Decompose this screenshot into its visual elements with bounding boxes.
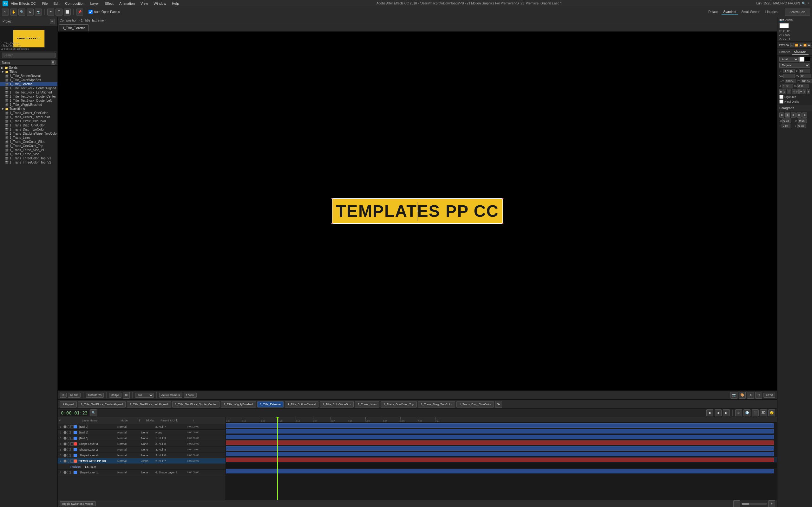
- rotate-tool[interactable]: ↻: [27, 9, 34, 15]
- layer-trkmat[interactable]: None: [141, 448, 155, 451]
- menu-window[interactable]: Window: [151, 1, 169, 6]
- scale-v-input[interactable]: [801, 79, 812, 83]
- font-color-swatch[interactable]: [799, 57, 804, 62]
- project-item-quote-left[interactable]: 🎬 1_Title_TextBlock_Quote_Left: [0, 99, 57, 103]
- kerning-input[interactable]: [783, 74, 795, 78]
- align-right-btn[interactable]: ≡: [791, 112, 796, 118]
- space-before-input[interactable]: [781, 124, 791, 128]
- project-sort-btn[interactable]: ⊞: [51, 60, 55, 65]
- shy-btn[interactable]: 😴: [768, 409, 775, 416]
- layer-trkmat[interactable]: None: [141, 471, 155, 474]
- timeline-tab-left[interactable]: 1_Title_TextBlock_LeftAligned: [127, 401, 171, 407]
- workspace-default[interactable]: Default: [706, 9, 720, 14]
- resolution-selector[interactable]: Full Half Quarter: [135, 393, 154, 398]
- project-item-trans-diagline-two[interactable]: 🎬 1_Trans_DiagLineWipe_TwoColor: [0, 131, 57, 135]
- eye-icon[interactable]: [63, 459, 67, 463]
- exposure-btn[interactable]: ☀: [747, 392, 754, 399]
- project-item-textblock-center[interactable]: 🎬 1_Title_TextBlock_CenterAligned: [0, 86, 57, 90]
- hindi-digits-row[interactable]: Hindi Digits: [779, 100, 810, 104]
- solo-icon[interactable]: [67, 431, 70, 434]
- baseline-input[interactable]: [782, 84, 793, 89]
- menu-effect[interactable]: Effect: [102, 1, 116, 6]
- info-tab[interactable]: Info: [779, 18, 784, 22]
- select-tool[interactable]: ↖: [2, 9, 9, 15]
- layer-parent[interactable]: None: [155, 431, 187, 434]
- timeline-timecode[interactable]: 0:00:01:23: [60, 410, 89, 416]
- comp-tab-extreme[interactable]: 1_Title_Extreme: [59, 24, 89, 32]
- lock-icon[interactable]: [70, 454, 73, 457]
- tsume-input[interactable]: [797, 84, 809, 89]
- toggle-switches-btn[interactable]: Toggle Switches / Modes: [60, 501, 96, 506]
- zoom-tool[interactable]: 🔍: [18, 9, 26, 15]
- keyframe-nav-next[interactable]: ▶: [723, 409, 730, 416]
- layer-mode[interactable]: Normal: [117, 442, 135, 446]
- font-style-selector[interactable]: Regular Bold Italic: [779, 63, 810, 68]
- search-help[interactable]: Search Help: [785, 9, 810, 15]
- layer-row-3[interactable]: 3 [Null 8] Normal None 1. Null 9 0:00:00…: [58, 435, 225, 441]
- timeline-tab-bottom-reveal[interactable]: 1_Title_BottomReveal: [285, 401, 318, 407]
- layer-row-5[interactable]: 5 Shape Layer 2 Normal None 3. Null 8 0:…: [58, 447, 225, 452]
- eye-icon[interactable]: [63, 431, 67, 434]
- more-tabs-btn[interactable]: ≫: [495, 401, 502, 408]
- project-item-colorwipebox[interactable]: 🎬 1_Title_ColorWipeBox: [0, 78, 57, 82]
- layer-mode[interactable]: Normal: [117, 425, 135, 429]
- project-item-trans-onecolor-top[interactable]: 🎬 1_Trans_OneColor_Top: [0, 144, 57, 148]
- timeline-tab-trans-lines[interactable]: 1_Trans_Lines: [355, 401, 379, 407]
- eye-icon[interactable]: [63, 471, 67, 474]
- super-btn[interactable]: T²: [796, 89, 799, 94]
- puppet-tool[interactable]: 📌: [76, 9, 83, 15]
- layer-property-position[interactable]: Position -1.5, 43.0: [58, 464, 225, 469]
- search-layers-btn[interactable]: 🔍: [90, 409, 97, 416]
- 3d-btn[interactable]: 3D: [760, 409, 767, 416]
- project-folder-titles[interactable]: ▼ 📁 Titles: [0, 70, 57, 74]
- timeline-zoom-slider[interactable]: [742, 503, 767, 505]
- step-fwd-btn[interactable]: ⏩: [803, 43, 807, 47]
- frame-blending-btn[interactable]: ⬛: [752, 409, 759, 416]
- indent-left-input[interactable]: [782, 118, 791, 123]
- timeline-zoom-out[interactable]: -: [733, 500, 740, 507]
- timeline-tab-aligned[interactable]: AAligned: [60, 401, 77, 407]
- workspace-libraries[interactable]: Libraries: [763, 9, 779, 14]
- reset-exposure-btn[interactable]: ⟲: [60, 393, 67, 398]
- project-search-input[interactable]: [2, 53, 55, 58]
- project-item-trans-center-one[interactable]: 🎬 1_Trans_Center_OneColor: [0, 111, 57, 115]
- indent-right-input[interactable]: [798, 118, 807, 123]
- project-item-trans-diag-one[interactable]: 🎬 1_Trans_Diag_OneColor: [0, 123, 57, 127]
- eye-icon[interactable]: [63, 425, 67, 429]
- timeline-tab-wiggly[interactable]: 1_Title_WigglyBrushed: [221, 401, 256, 407]
- layer-mode[interactable]: Normal: [117, 454, 135, 457]
- layer-trkmat[interactable]: None: [141, 454, 155, 457]
- solo-btn[interactable]: ◎: [735, 409, 742, 416]
- keyframe-nav-prev[interactable]: ◀: [715, 409, 722, 416]
- layer-parent[interactable]: 3. Null 8: [155, 454, 187, 457]
- project-item-trans-onecolor-slide[interactable]: 🎬 1_Trans_OneColor_Slide: [0, 140, 57, 144]
- hand-tool[interactable]: ✋: [10, 9, 17, 15]
- text-tool[interactable]: T: [55, 9, 62, 15]
- layer-row-1[interactable]: 1 [Null 9] Normal 2. Null 7 0:00:00:00: [58, 424, 225, 430]
- lock-icon[interactable]: [70, 471, 73, 474]
- lock-icon[interactable]: [70, 431, 73, 434]
- solo-icon[interactable]: [67, 437, 70, 440]
- project-item-trans-circle-two[interactable]: 🎬 1_Trans_Circle_TwoColor: [0, 119, 57, 123]
- snapshot-btn[interactable]: 📷: [730, 392, 738, 399]
- eye-icon[interactable]: [63, 448, 67, 451]
- scale-h-input[interactable]: [785, 79, 796, 83]
- solo-icon[interactable]: [67, 459, 70, 463]
- menu-view[interactable]: View: [138, 1, 151, 6]
- layer-mode[interactable]: Normal: [117, 431, 135, 434]
- timeline-tab-trans-onecolor-top[interactable]: 1_Trans_OneColor_Top: [380, 401, 417, 407]
- timeline-tab-trans-diag-two[interactable]: 1_Trans_Diag_TwoColor: [418, 401, 455, 407]
- layer-trkmat[interactable]: None: [141, 431, 155, 434]
- menu-layer[interactable]: Layer: [88, 1, 102, 6]
- eye-icon[interactable]: [63, 454, 67, 457]
- timeline-tab-trans-diag-one[interactable]: 1_Trans_Diag_OneColor: [456, 401, 494, 407]
- layer-row-8[interactable]: 8 Shape Layer 1 Normal None 6. Shape Lay…: [58, 469, 225, 475]
- smallcaps-btn[interactable]: Tт: [792, 89, 795, 94]
- project-item-textblock-left[interactable]: 🎬 1_Title_TextBlock_LeftAligned: [0, 90, 57, 95]
- add-keyframe-btn[interactable]: ◆: [706, 409, 713, 416]
- strikethrough-btn[interactable]: T: [807, 89, 810, 94]
- layer-row-4[interactable]: 4 Shape Layer 3 Normal None 3. Null 8 0:…: [58, 441, 225, 447]
- eye-icon[interactable]: [63, 437, 67, 440]
- project-item-trans-three[interactable]: 🎬 1_Trans_Three_Side: [0, 152, 57, 156]
- project-menu-btn[interactable]: ≡: [50, 19, 55, 24]
